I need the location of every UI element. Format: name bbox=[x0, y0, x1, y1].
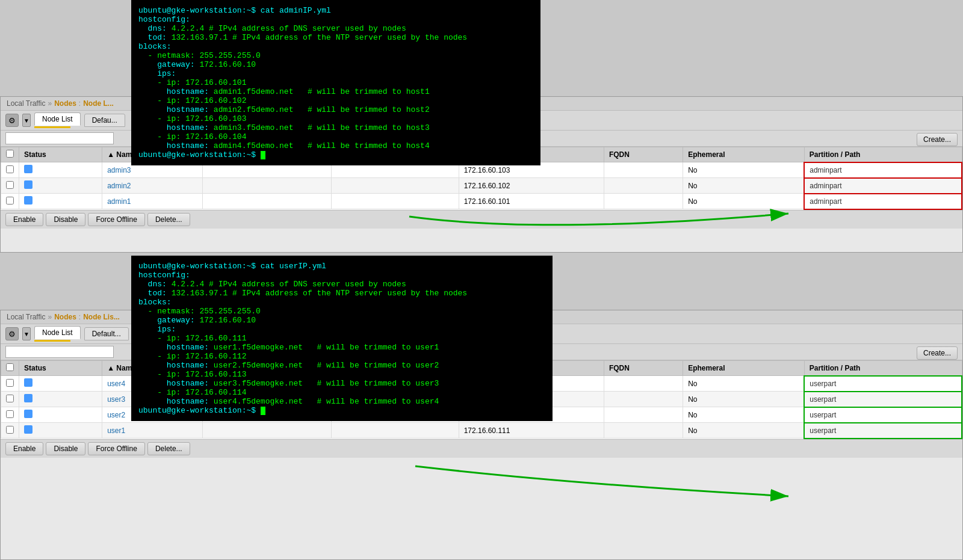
top-gear-button[interactable]: ⚙ bbox=[5, 114, 19, 127]
bottom-terminal-command: ubuntu@gke-workstation:~$ cat userIP.yml bbox=[138, 262, 326, 271]
bottom-tab-default[interactable]: Default... bbox=[84, 327, 129, 340]
bottom-col-checkbox bbox=[1, 361, 19, 376]
top-row-fqdn-2 bbox=[604, 194, 683, 209]
top-create-button[interactable]: Create... bbox=[917, 133, 958, 146]
bottom-row-ephemeral-1: No bbox=[683, 392, 805, 407]
top-terminal-command: ubuntu@gke-workstation:~$ cat adminIP.ym… bbox=[138, 6, 331, 15]
top-search-input[interactable] bbox=[5, 132, 114, 144]
top-delete-button[interactable]: Delete... bbox=[147, 213, 190, 226]
top-bc-nodelist-link[interactable]: Node L... bbox=[83, 99, 114, 108]
top-col-status[interactable]: Status bbox=[19, 147, 102, 162]
bottom-col-status[interactable]: Status bbox=[19, 361, 102, 376]
bottom-arrow-button[interactable]: ▼ bbox=[22, 327, 31, 340]
bottom-bc-nodelist-link[interactable]: Node Lis... bbox=[83, 313, 120, 321]
bottom-col-partition[interactable]: Partition / Path bbox=[804, 361, 962, 376]
top-bc-sep2: : bbox=[79, 99, 81, 108]
bottom-bc-sep2: : bbox=[79, 313, 81, 321]
bottom-enable-button[interactable]: Enable bbox=[5, 442, 43, 455]
top-row-application-1 bbox=[331, 178, 459, 194]
bottom-tab-nodelist[interactable]: Node List bbox=[34, 326, 81, 339]
bottom-row-checkbox bbox=[1, 376, 19, 392]
bottom-row-partition-2: userpart bbox=[804, 407, 962, 423]
top-bc-sep1: » bbox=[48, 99, 52, 108]
bottom-row-application-3 bbox=[331, 423, 459, 438]
top-terminal: ubuntu@gke-workstation:~$ cat adminIP.ym… bbox=[131, 0, 540, 165]
top-row-description-2 bbox=[203, 194, 332, 209]
bottom-row-check-1[interactable] bbox=[6, 395, 14, 402]
top-row-description-1 bbox=[203, 178, 332, 194]
top-row-address-1: 172.16.60.102 bbox=[459, 178, 604, 194]
bottom-row-partition-1: userpart bbox=[804, 392, 962, 407]
bottom-row-status bbox=[19, 423, 102, 438]
top-row-name-2[interactable]: admin1 bbox=[102, 194, 203, 209]
bottom-select-all[interactable] bbox=[6, 363, 14, 371]
bottom-gear-button[interactable]: ⚙ bbox=[5, 327, 19, 340]
bottom-bc-nodes-link[interactable]: Nodes bbox=[54, 313, 76, 321]
bottom-row-name-3[interactable]: user1 bbox=[102, 423, 203, 438]
bottom-row-ephemeral-0: No bbox=[683, 376, 805, 392]
top-row-check-2[interactable] bbox=[6, 197, 14, 205]
top-row-partition-1: adminpart bbox=[804, 178, 962, 194]
bottom-terminal: ubuntu@gke-workstation:~$ cat userIP.yml… bbox=[131, 256, 553, 421]
bottom-row-fqdn-0 bbox=[604, 376, 683, 392]
bottom-search-input[interactable] bbox=[5, 346, 114, 358]
bottom-row-check-0[interactable] bbox=[6, 379, 14, 387]
bottom-row-checkbox bbox=[1, 407, 19, 423]
top-select-all[interactable] bbox=[6, 150, 14, 158]
top-status-icon-2 bbox=[24, 196, 33, 205]
top-row-checkbox bbox=[1, 162, 19, 178]
bottom-create-button[interactable]: Create... bbox=[917, 346, 958, 360]
bottom-button-bar: Enable Disable Force Offline Delete... bbox=[1, 439, 962, 458]
bottom-row-address-3: 172.16.60.111 bbox=[459, 423, 604, 438]
top-enable-button[interactable]: Enable bbox=[5, 213, 43, 226]
top-col-fqdn[interactable]: FQDN bbox=[604, 147, 683, 162]
bottom-status-icon-1 bbox=[24, 394, 33, 402]
top-col-checkbox bbox=[1, 147, 19, 162]
top-status-icon-1 bbox=[24, 180, 33, 189]
top-table-row: admin1 172.16.60.101 No adminpart bbox=[1, 194, 962, 209]
top-tab-nodelist[interactable]: Node List bbox=[34, 112, 81, 126]
bottom-row-status bbox=[19, 376, 102, 392]
bottom-force-offline-button[interactable]: Force Offline bbox=[88, 442, 144, 455]
bottom-table-row: user1 172.16.60.111 No userpart bbox=[1, 423, 962, 438]
top-tab-default[interactable]: Defau... bbox=[84, 114, 125, 127]
top-col-partition[interactable]: Partition / Path bbox=[804, 147, 962, 162]
bottom-row-status bbox=[19, 392, 102, 407]
top-row-status bbox=[19, 194, 102, 209]
top-row-name-1[interactable]: admin2 bbox=[102, 178, 203, 194]
top-button-bar: Enable Disable Force Offline Delete... bbox=[1, 210, 962, 229]
bottom-delete-button[interactable]: Delete... bbox=[147, 442, 190, 455]
bottom-row-check-3[interactable] bbox=[6, 426, 14, 434]
top-table-row: admin2 172.16.60.102 No adminpart bbox=[1, 178, 962, 194]
top-force-offline-button[interactable]: Force Offline bbox=[88, 213, 144, 226]
top-status-icon-0 bbox=[24, 165, 33, 173]
bottom-row-partition-0: userpart bbox=[804, 376, 962, 392]
top-row-partition-2: adminpart bbox=[804, 194, 962, 209]
top-arrow-button[interactable]: ▼ bbox=[22, 114, 31, 127]
top-row-fqdn-1 bbox=[604, 178, 683, 194]
bottom-col-ephemeral[interactable]: Ephemeral bbox=[683, 361, 805, 376]
bottom-col-fqdn[interactable]: FQDN bbox=[604, 361, 683, 376]
top-disable-button[interactable]: Disable bbox=[46, 213, 85, 226]
top-row-partition-0: adminpart bbox=[804, 162, 962, 178]
bottom-status-icon-0 bbox=[24, 378, 33, 387]
bottom-bc-prefix: Local Traffic bbox=[7, 313, 45, 321]
bottom-row-checkbox bbox=[1, 423, 19, 438]
bottom-status-icon-2 bbox=[24, 410, 33, 418]
top-col-ephemeral[interactable]: Ephemeral bbox=[683, 147, 805, 162]
bottom-row-fqdn-2 bbox=[604, 407, 683, 423]
top-row-checkbox bbox=[1, 194, 19, 209]
top-row-address-2: 172.16.60.101 bbox=[459, 194, 604, 209]
top-row-fqdn-0 bbox=[604, 162, 683, 178]
bottom-row-check-2[interactable] bbox=[6, 410, 14, 418]
bottom-row-ephemeral-3: No bbox=[683, 423, 805, 438]
bottom-disable-button[interactable]: Disable bbox=[46, 442, 85, 455]
top-row-status bbox=[19, 178, 102, 194]
top-row-ephemeral-1: No bbox=[683, 178, 805, 194]
top-row-check-0[interactable] bbox=[6, 165, 14, 173]
top-bc-nodes-link[interactable]: Nodes bbox=[54, 99, 76, 108]
bottom-row-status bbox=[19, 407, 102, 423]
top-row-ephemeral-2: No bbox=[683, 194, 805, 209]
top-row-check-1[interactable] bbox=[6, 181, 14, 189]
bottom-row-description-3 bbox=[203, 423, 332, 438]
